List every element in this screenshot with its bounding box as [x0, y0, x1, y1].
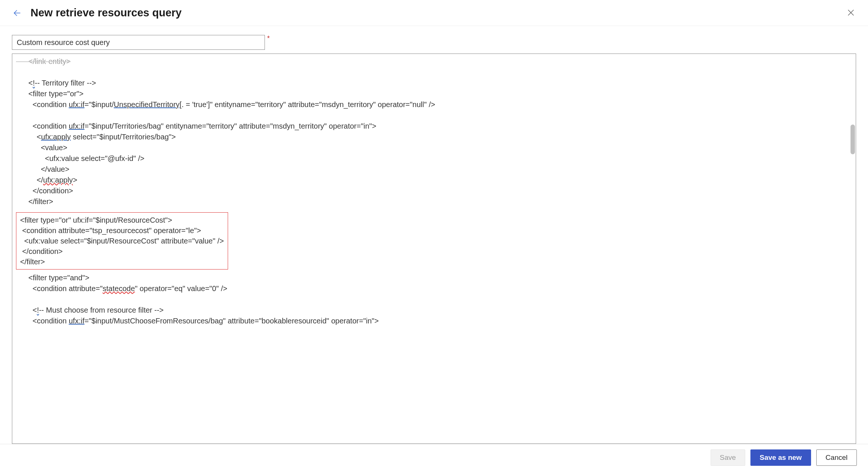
query-name-input[interactable] — [12, 35, 265, 50]
dialog-body: * </link-entity> <!-- Territory filter -… — [0, 26, 868, 444]
code-line: </filter> — [16, 197, 53, 206]
code-line: <ufx:value select="$input/ResourceCost" … — [20, 237, 224, 245]
dialog-footer: Save Save as new Cancel — [0, 444, 868, 471]
dialog-header: New retrieve resources query — [0, 0, 868, 26]
query-xml-editor[interactable]: </link-entity> <!-- Territory filter -->… — [12, 54, 856, 444]
code-line: <condition attribute="statecode" operato… — [16, 284, 227, 293]
code-line: </value> — [16, 165, 69, 173]
code-line: <ufx:apply select="$input/Territories/ba… — [16, 133, 176, 141]
code-line: <ufx:value select="@ufx-id" /> — [16, 154, 144, 162]
required-indicator: * — [267, 35, 270, 42]
highlighted-code-block: <filter type="or" ufx:if="$input/Resourc… — [16, 212, 228, 270]
code-line: <condition attribute="tsp_resourcecost" … — [20, 226, 201, 235]
cancel-button[interactable]: Cancel — [816, 449, 857, 466]
arrow-left-icon — [13, 9, 22, 17]
page-title: New retrieve resources query — [31, 7, 182, 19]
code-line: </ufx:apply> — [16, 176, 77, 184]
query-xml-content[interactable]: </link-entity> <!-- Territory filter -->… — [12, 54, 856, 443]
code-line: <condition ufx:if="$input/MustChooseFrom… — [16, 317, 379, 325]
code-line: <filter type="or" ufx:if="$input/Resourc… — [20, 216, 172, 224]
code-line: <!-- Territory filter --> — [16, 79, 96, 87]
code-line: </filter> — [20, 258, 45, 266]
back-button[interactable] — [11, 7, 23, 19]
query-name-row: * — [12, 35, 856, 50]
code-line: <condition ufx:if="$input/Territories/ba… — [16, 122, 376, 130]
close-button[interactable] — [845, 7, 857, 19]
code-line: <!-- Must choose from resource filter --… — [16, 306, 164, 314]
close-icon — [847, 9, 855, 16]
code-line: </condition> — [16, 187, 73, 195]
scrollbar-thumb[interactable] — [851, 125, 855, 154]
code-line: <filter type="or"> — [16, 90, 84, 98]
code-line: <condition ufx:if="$input/UnspecifiedTer… — [16, 100, 435, 109]
code-line: <filter type="and"> — [16, 274, 89, 282]
code-line: </link-entity> — [16, 57, 71, 65]
save-button: Save — [711, 449, 745, 466]
save-as-new-button[interactable]: Save as new — [750, 449, 811, 466]
code-line: </condition> — [20, 247, 63, 255]
code-line: <value> — [16, 143, 67, 152]
